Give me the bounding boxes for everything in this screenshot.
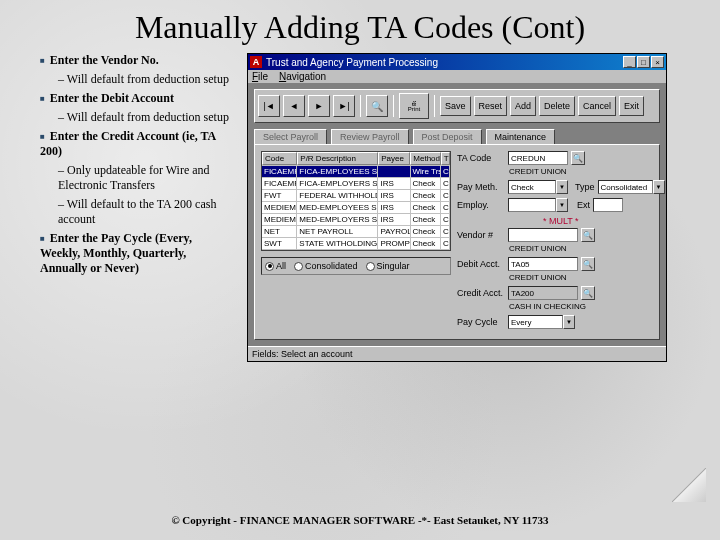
detail-form: TA CodeCREDUN🔍 CREDIT UNION Pay Meth.Che…	[457, 151, 665, 333]
nav-next-button[interactable]: ►	[308, 95, 330, 117]
grid-row[interactable]: FWTFEDERAL WITHHOLDIRSCheckC	[262, 190, 450, 202]
bullet-3: Enter the Credit Account (ie, TA 200)	[40, 129, 235, 159]
titlebar: A Trust and Agency Payment Processing _ …	[248, 54, 666, 70]
chevron-down-icon[interactable]: ▼	[556, 180, 568, 194]
grid-row[interactable]: MEDIEMPRMED-EMPLOYERS SHRSIRSCheckC	[262, 214, 450, 226]
cancel-button[interactable]: Cancel	[578, 96, 616, 116]
type-label: Type	[575, 182, 595, 192]
codes-grid[interactable]: Code P/R Description Payee Method T FICA…	[261, 151, 451, 251]
grid-row[interactable]: MEDIEMPLMED-EMPLOYEES SHRSIRSCheckC	[262, 202, 450, 214]
close-button[interactable]: ×	[651, 56, 664, 68]
bullet-1-sub: Will default from deduction setup	[40, 72, 235, 87]
slide-title: Manually Adding TA Codes (Cont)	[40, 10, 680, 45]
ext-field[interactable]	[593, 198, 623, 212]
pay-method-label: Pay Meth.	[457, 182, 505, 192]
bullet-3-sub1: Only updateable for Wire and Electronic …	[40, 163, 235, 193]
credit-label: Credit Acct.	[457, 288, 505, 298]
bullet-4: Enter the Pay Cycle (Every, Weekly, Mont…	[40, 231, 235, 276]
footer-copyright: © Copyright - FINANCE MANAGER SOFTWARE -…	[0, 514, 720, 526]
grid-row[interactable]: FICAEMPLFICA-EMPLOYEES SHAIRSWire TrsfrC	[262, 166, 450, 178]
maintenance-panel: Code P/R Description Payee Method T FICA…	[254, 144, 660, 340]
menubar: File Navigation	[248, 70, 666, 83]
paycycle-select[interactable]: Every	[508, 315, 563, 329]
delete-button[interactable]: Delete	[539, 96, 575, 116]
bullet-2: Enter the Debit Account	[40, 91, 235, 106]
employ-label: Employ.	[457, 200, 505, 210]
mult-indicator: * MULT *	[457, 216, 665, 226]
save-button[interactable]: Save	[440, 96, 471, 116]
radio-singular[interactable]: Singular	[366, 261, 410, 271]
grid-header: Code P/R Description Payee Method T	[262, 152, 450, 166]
vendor-field[interactable]	[508, 228, 578, 242]
debit-label: Debit Acct.	[457, 259, 505, 269]
bullet-list: Enter the Vendor No. Will default from d…	[40, 53, 235, 362]
debit-field[interactable]: TA05	[508, 257, 578, 271]
toolbar: |◄ ◄ ► ►| 🔍 🖨Print Save Reset Add Delete	[254, 89, 660, 123]
chevron-down-icon[interactable]: ▼	[556, 198, 568, 212]
vendor-label: Vendor #	[457, 230, 505, 240]
ta-code-field[interactable]: CREDUN	[508, 151, 568, 165]
debit-desc: CREDIT UNION	[457, 273, 665, 282]
vendor-desc: CREDIT UNION	[457, 244, 665, 253]
ext-label: Ext	[577, 200, 590, 210]
employ-select[interactable]	[508, 198, 556, 212]
vendor-lookup-button[interactable]: 🔍	[581, 228, 595, 242]
bullet-3-sub2: Will default to the TA 200 cash account	[40, 197, 235, 227]
type-select[interactable]: Consolidated	[598, 180, 653, 194]
page-corner-fold-icon	[672, 468, 706, 502]
grid-row[interactable]: SWTSTATE WITHOLDINGPROMPT TACheckC	[262, 238, 450, 250]
grid-row[interactable]: FICAEMPRFICA-EMPLOYERS SHAIRSIRSCheckC	[262, 178, 450, 190]
filter-radio-group: All Consolidated Singular	[261, 257, 451, 275]
paycycle-label: Pay Cycle	[457, 317, 505, 327]
minimize-button[interactable]: _	[623, 56, 636, 68]
search-button[interactable]: 🔍	[366, 95, 388, 117]
radio-all[interactable]: All	[265, 261, 286, 271]
reset-button[interactable]: Reset	[474, 96, 508, 116]
ta-code-label: TA Code	[457, 153, 505, 163]
app-window: A Trust and Agency Payment Processing _ …	[247, 53, 667, 362]
nav-first-button[interactable]: |◄	[258, 95, 280, 117]
grid-row[interactable]: NETNET PAYROLLPAYROLL ACheckC	[262, 226, 450, 238]
tab-post-deposit[interactable]: Post Deposit	[413, 129, 482, 144]
bullet-2-sub: Will default from deduction setup	[40, 110, 235, 125]
exit-button[interactable]: Exit	[619, 96, 644, 116]
add-button[interactable]: Add	[510, 96, 536, 116]
chevron-down-icon[interactable]: ▼	[653, 180, 665, 194]
menu-navigation[interactable]: Navigation	[279, 71, 326, 82]
window-title: Trust and Agency Payment Processing	[266, 57, 623, 68]
print-button[interactable]: 🖨Print	[399, 93, 429, 119]
status-bar: Fields: Select an account	[248, 346, 666, 361]
tab-maintenance[interactable]: Maintenance	[486, 129, 556, 144]
radio-consolidated[interactable]: Consolidated	[294, 261, 358, 271]
ta-code-lookup-button[interactable]: 🔍	[571, 151, 585, 165]
app-logo-icon: A	[250, 56, 262, 68]
bullet-1: Enter the Vendor No.	[40, 53, 235, 68]
nav-last-button[interactable]: ►|	[333, 95, 355, 117]
maximize-button[interactable]: □	[637, 56, 650, 68]
credit-desc: CASH IN CHECKING	[457, 302, 665, 311]
nav-prev-button[interactable]: ◄	[283, 95, 305, 117]
menu-file[interactable]: File	[252, 71, 268, 82]
debit-lookup-button[interactable]: 🔍	[581, 257, 595, 271]
credit-field[interactable]: TA200	[508, 286, 578, 300]
pay-method-select[interactable]: Check	[508, 180, 556, 194]
tab-review-payroll[interactable]: Review Payroll	[331, 129, 409, 144]
chevron-down-icon[interactable]: ▼	[563, 315, 575, 329]
ta-code-desc: CREDIT UNION	[457, 167, 665, 176]
tab-select-payroll[interactable]: Select Payroll	[254, 129, 327, 144]
credit-lookup-button[interactable]: 🔍	[581, 286, 595, 300]
